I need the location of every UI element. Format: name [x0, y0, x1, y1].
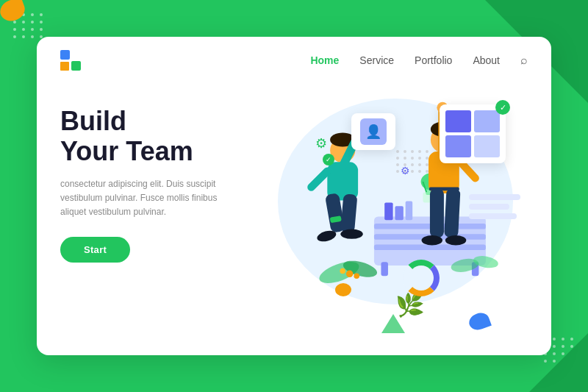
bar-1 — [469, 194, 520, 200]
float-profile-card: 👤 — [351, 113, 395, 150]
nav-link-portfolio[interactable]: Portfolio — [415, 54, 452, 66]
check-badge-small: ✓ — [323, 154, 334, 165]
hero-illustration: ⚙ ⚙ ✓ 👤 ✓ — [257, 91, 528, 355]
dashboard-square-2 — [474, 110, 500, 132]
svg-rect-6 — [384, 202, 392, 220]
hero-section: Build Your Team consectetur adipiscing e… — [37, 84, 551, 355]
svg-line-29 — [312, 171, 328, 188]
logo-sq1 — [60, 50, 70, 60]
svg-rect-42 — [444, 188, 460, 238]
svg-point-44 — [445, 235, 466, 245]
svg-point-19 — [340, 268, 346, 274]
hero-description: consectetur adipiscing elit. Duis suscip… — [60, 177, 222, 220]
gear-icon-large: ⚙ — [315, 135, 327, 152]
logo-icon — [60, 50, 81, 71]
pie-chart — [403, 260, 440, 296]
dashboard-square-4 — [474, 135, 500, 157]
logo-sq3 — [60, 62, 69, 71]
nav-link-service[interactable]: Service — [359, 54, 394, 66]
svg-rect-3 — [374, 244, 486, 250]
svg-point-20 — [354, 273, 360, 279]
profile-picture: 👤 — [360, 118, 387, 145]
float-bars — [469, 194, 520, 223]
svg-point-33 — [340, 229, 362, 239]
search-icon[interactable]: ⌕ — [520, 54, 528, 66]
nav-links: Home Service Portfolio About ⌕ — [310, 54, 528, 67]
gear-icon-small: ⚙ — [401, 165, 410, 177]
svg-rect-41 — [430, 188, 444, 237]
triangle-decoration — [381, 314, 405, 333]
navbar: Home Service Portfolio About ⌕ — [37, 37, 551, 84]
logo — [60, 50, 81, 71]
logo-sq2 — [71, 61, 81, 71]
main-card: Home Service Portfolio About ⌕ Build You… — [37, 37, 551, 355]
hero-title: Build Your Team — [60, 106, 257, 167]
float-dashboard-card — [440, 104, 506, 163]
crescent-blue-decoration — [467, 310, 492, 332]
start-button[interactable]: Start — [60, 237, 130, 263]
crescent-decoration — [335, 283, 351, 296]
bar-3 — [469, 213, 517, 219]
svg-rect-4 — [381, 262, 388, 276]
svg-line-40 — [459, 160, 476, 178]
svg-rect-45 — [429, 188, 459, 191]
svg-point-43 — [422, 235, 442, 245]
nav-link-home[interactable]: Home — [310, 54, 339, 66]
hero-left: Build Your Team consectetur adipiscing e… — [60, 91, 257, 355]
dashboard-square-1 — [445, 110, 471, 132]
nav-link-about[interactable]: About — [473, 54, 500, 66]
dashboard-square-3 — [445, 135, 471, 157]
svg-rect-8 — [406, 202, 412, 221]
bar-2 — [469, 204, 509, 210]
svg-rect-7 — [395, 206, 404, 220]
check-badge-dashboard: ✓ — [495, 100, 510, 115]
svg-point-18 — [346, 271, 353, 277]
